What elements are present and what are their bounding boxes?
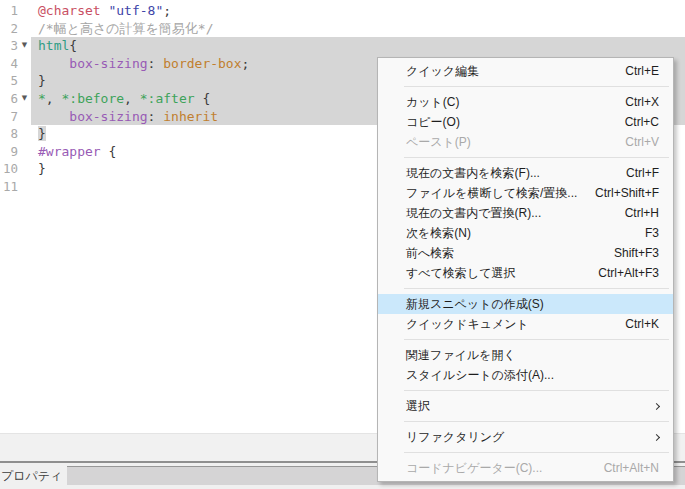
line-number: 6 — [0, 90, 18, 108]
menu-separator — [404, 421, 669, 422]
code-line[interactable]: 2/*幅と高さの計算を簡易化*/ — [0, 20, 685, 38]
fold-arrow-icon[interactable]: ▼ — [18, 37, 31, 55]
gutter-spacer — [18, 160, 31, 178]
menu-item-shortcut: Ctrl+Alt+F3 — [598, 266, 659, 280]
code-text: /*幅と高さの計算を簡易化*/ — [31, 20, 685, 38]
menu-separator — [404, 86, 669, 87]
line-number: 10 — [0, 160, 18, 178]
menu-item-label: 現在の文書内で置換(R)... — [406, 205, 541, 222]
menu-item-attach-stylesheet[interactable]: スタイルシートの添付(A)... — [378, 365, 673, 385]
menu-item-code-navigator[interactable]: コードナビゲーター(C)...Ctrl+Alt+N — [378, 458, 673, 478]
menu-item-label: 次を検索(N) — [406, 225, 471, 242]
gutter-spacer — [18, 108, 31, 126]
menu-item-copy[interactable]: コピー(O)Ctrl+C — [378, 112, 673, 132]
line-number: 5 — [0, 72, 18, 90]
code-text: @charset "utf-8"; — [31, 2, 685, 20]
menu-item-shortcut: Shift+F3 — [614, 246, 659, 260]
menu-separator — [404, 157, 669, 158]
line-number: 9 — [0, 143, 18, 161]
line-number: 4 — [0, 55, 18, 73]
menu-separator — [404, 339, 669, 340]
menu-separator — [404, 288, 669, 289]
menu-item-refactoring[interactable]: リファクタリング — [378, 427, 673, 447]
code-line[interactable]: 3▼html{ — [0, 37, 685, 55]
menu-item-paste[interactable]: ペースト(P)Ctrl+V — [378, 132, 673, 152]
menu-item-label: クイック編集 — [406, 63, 479, 80]
properties-tab[interactable]: プロパティ — [0, 466, 67, 486]
gutter-spacer — [18, 125, 31, 143]
menu-item-label: 前へ検索 — [406, 245, 454, 262]
menu-item-select[interactable]: 選択 — [378, 396, 673, 416]
gutter-spacer — [18, 178, 31, 196]
code-line[interactable]: 1@charset "utf-8"; — [0, 2, 685, 20]
menu-item-create-new-snippet[interactable]: 新規スニペットの作成(S) — [378, 294, 673, 314]
menu-item-label: スタイルシートの添付(A)... — [406, 367, 554, 384]
gutter-spacer — [18, 20, 31, 38]
menu-item-find-replace-in-files[interactable]: ファイルを横断して検索/置換...Ctrl+Shift+F — [378, 183, 673, 203]
line-number: 1 — [0, 2, 18, 20]
menu-item-label: コードナビゲーター(C)... — [406, 460, 542, 477]
fold-arrow-icon[interactable]: ▼ — [18, 90, 31, 108]
gutter-spacer — [18, 72, 31, 90]
menu-item-shortcut: Ctrl+Alt+N — [604, 461, 659, 475]
menu-item-label: ペースト(P) — [406, 134, 471, 151]
menu-item-shortcut: Ctrl+E — [625, 64, 659, 78]
menu-item-label: 新規スニペットの作成(S) — [406, 296, 544, 313]
menu-item-label: 関連ファイルを開く — [406, 347, 516, 364]
line-number: 11 — [0, 178, 18, 196]
menu-separator — [404, 452, 669, 453]
menu-item-shortcut: Ctrl+V — [625, 135, 659, 149]
menu-item-label: 現在の文書内を検索(F)... — [406, 165, 540, 182]
menu-item-label: リファクタリング — [406, 429, 504, 446]
gutter-spacer — [18, 55, 31, 73]
line-number: 8 — [0, 125, 18, 143]
context-menu: クイック編集Ctrl+Eカット(C)Ctrl+Xコピー(O)Ctrl+Cペースト… — [377, 57, 674, 482]
menu-item-find-in-document[interactable]: 現在の文書内を検索(F)...Ctrl+F — [378, 163, 673, 183]
gutter-spacer — [18, 2, 31, 20]
menu-item-shortcut: F3 — [645, 226, 659, 240]
menu-separator — [404, 390, 669, 391]
menu-item-label: すべて検索して選択 — [406, 265, 515, 282]
menu-item-label: 選択 — [406, 398, 430, 415]
menu-item-label: ファイルを横断して検索/置換... — [406, 185, 577, 202]
menu-item-replace-in-document[interactable]: 現在の文書内で置換(R)...Ctrl+H — [378, 203, 673, 223]
menu-item-find-previous[interactable]: 前へ検索Shift+F3 — [378, 243, 673, 263]
line-number: 2 — [0, 20, 18, 38]
menu-item-shortcut: Ctrl+H — [625, 206, 659, 220]
menu-item-find-next[interactable]: 次を検索(N)F3 — [378, 223, 673, 243]
code-text: html{ — [31, 37, 685, 55]
submenu-arrow-icon — [653, 402, 660, 409]
line-number: 7 — [0, 108, 18, 126]
menu-item-label: コピー(O) — [406, 114, 460, 131]
menu-item-quick-docs[interactable]: クイックドキュメントCtrl+K — [378, 314, 673, 334]
menu-item-open-related-file[interactable]: 関連ファイルを開く — [378, 345, 673, 365]
menu-item-shortcut: Ctrl+F — [626, 166, 659, 180]
app-window: 1@charset "utf-8";2/*幅と高さの計算を簡易化*/3▼html… — [0, 0, 685, 489]
menu-item-label: クイックドキュメント — [406, 316, 529, 333]
menu-item-shortcut: Ctrl+X — [625, 95, 659, 109]
menu-item-shortcut: Ctrl+C — [625, 115, 659, 129]
menu-item-quick-edit[interactable]: クイック編集Ctrl+E — [378, 61, 673, 81]
menu-item-shortcut: Ctrl+Shift+F — [595, 186, 659, 200]
line-number: 3 — [0, 37, 18, 55]
gutter-spacer — [18, 143, 31, 161]
menu-item-label: カット(C) — [406, 94, 460, 111]
menu-item-select-all-matches[interactable]: すべて検索して選択Ctrl+Alt+F3 — [378, 263, 673, 283]
submenu-arrow-icon — [653, 433, 660, 440]
menu-item-cut[interactable]: カット(C)Ctrl+X — [378, 92, 673, 112]
menu-item-shortcut: Ctrl+K — [625, 317, 659, 331]
